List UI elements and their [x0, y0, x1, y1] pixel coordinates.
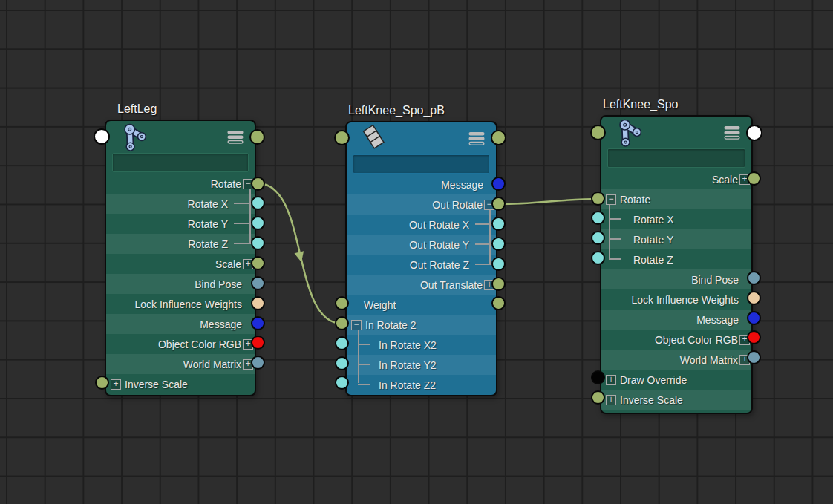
node-title-leftknee-spo-pb[interactable]: LeftKnee_Spo_pB	[348, 104, 445, 117]
port-scale-out[interactable]	[251, 256, 265, 270]
node-editor-canvas[interactable]: { "editor": {"background": "#2d2d2d", "g…	[0, 0, 833, 504]
node-name-field[interactable]	[607, 148, 745, 168]
port-rotate-out[interactable]	[251, 177, 265, 191]
port-rotate-y-in[interactable]	[591, 231, 605, 245]
attr-row-bind-pose[interactable]: Bind Pose	[106, 274, 255, 294]
port-lock-influence-weights-out[interactable]	[747, 291, 761, 305]
wire-outrotate-to-rotate[interactable]	[499, 199, 599, 204]
port-in-rotate-2-in[interactable]	[335, 316, 349, 330]
expand-box[interactable]: +	[606, 395, 616, 405]
attr-row-in-rotate-z2[interactable]: In Rotate Z2	[347, 375, 496, 395]
port-node-output[interactable]	[249, 129, 265, 145]
port-rotate-z-in[interactable]	[591, 251, 605, 265]
port-out-translate-out[interactable]	[491, 277, 506, 291]
port-node-input-white[interactable]	[94, 128, 110, 145]
attr-row-lock-influence-weights[interactable]: Lock Influence Weights	[106, 294, 255, 314]
attr-row-out-rotate-x[interactable]: Out Rotate X	[347, 215, 496, 235]
port-in-rotate-x2-in[interactable]	[335, 336, 349, 350]
node-header[interactable]	[601, 117, 751, 149]
attr-row-object-color-rgb[interactable]: Object Color RGB+	[106, 334, 255, 354]
attr-row-in-rotate-2[interactable]: −In Rotate 2	[347, 315, 496, 335]
node-leftknee-spo[interactable]: Scale+ −Rotate Rotate X Rotate Y Rotate …	[600, 115, 753, 414]
port-in-rotate-y2-in[interactable]	[335, 356, 349, 370]
node-header[interactable]	[347, 122, 496, 155]
port-inverse-scale-in[interactable]	[95, 376, 109, 390]
port-rotate-x-in[interactable]	[591, 211, 605, 225]
node-title-leftknee-spo[interactable]: LeftKnee_Spo	[603, 98, 678, 111]
attr-row-world-matrix[interactable]: World Matrix+	[106, 354, 255, 374]
expand-box[interactable]: +	[606, 375, 616, 385]
attr-row-out-rotate-y[interactable]: Out Rotate Y	[347, 235, 496, 255]
connector-tick	[609, 218, 621, 220]
port-object-color-rgb-out[interactable]	[747, 330, 761, 344]
wire-rotate-to-inrotate2[interactable]	[258, 183, 342, 324]
menu-icon[interactable]	[468, 131, 485, 146]
attr-row-draw-override[interactable]: +Draw Override	[601, 370, 751, 390]
attr-row-scale[interactable]: Scale+	[106, 254, 255, 274]
attr-row-world-matrix[interactable]: World Matrix+	[601, 350, 751, 370]
port-scale-out[interactable]	[747, 171, 761, 186]
port-in-rotate-z2-in[interactable]	[335, 376, 349, 390]
port-node-output-white[interactable]	[746, 125, 762, 141]
collapse-box[interactable]: −	[606, 194, 616, 205]
attr-row-out-rotate-z[interactable]: Out Rotate Z	[347, 255, 496, 275]
port-out-rotate-y-out[interactable]	[491, 237, 506, 251]
port-rotate-x-out[interactable]	[251, 196, 265, 210]
attr-row-out-rotate[interactable]: Out Rotate−	[347, 194, 496, 215]
attr-row-rotate-y[interactable]: Rotate Y	[106, 214, 255, 234]
port-message-out[interactable]	[491, 177, 506, 191]
attr-row-bind-pose[interactable]: Bind Pose	[601, 269, 751, 289]
attr-row-rotate[interactable]: −Rotate	[601, 189, 751, 209]
attr-row-rotate-z[interactable]: Rotate Z	[106, 234, 255, 254]
attr-row-out-translate[interactable]: Out Translate+	[347, 275, 496, 295]
port-node-input[interactable]	[590, 125, 606, 140]
attr-row-inverse-scale[interactable]: +Inverse Scale	[106, 374, 255, 394]
attr-row-rotate-z[interactable]: Rotate Z	[601, 249, 751, 269]
port-world-matrix-out[interactable]	[251, 356, 265, 370]
node-header[interactable]	[106, 121, 255, 154]
port-out-rotate-z-out[interactable]	[491, 257, 506, 271]
attr-row-object-color-rgb[interactable]: Object Color RGB+	[601, 330, 751, 350]
port-lock-influence-weights-out[interactable]	[251, 296, 265, 310]
port-out-rotate-out[interactable]	[491, 197, 506, 211]
attr-label: Rotate X	[188, 198, 228, 210]
port-node-input[interactable]	[334, 130, 350, 145]
attr-row-message[interactable]: Message	[601, 310, 751, 330]
attr-row-rotate-y[interactable]: Rotate Y	[601, 229, 751, 249]
port-node-output[interactable]	[491, 130, 506, 145]
collapse-box[interactable]: −	[351, 320, 362, 330]
node-name-field[interactable]	[112, 153, 249, 172]
node-leftleg[interactable]: Rotate− Rotate X Rotate Y Rotate Z Scale…	[105, 120, 256, 396]
attr-row-scale[interactable]: Scale+	[601, 169, 751, 189]
attr-row-lock-influence-weights[interactable]: Lock Influence Weights	[601, 289, 751, 310]
port-message-out[interactable]	[251, 316, 265, 330]
port-out-rotate-x-out[interactable]	[491, 217, 506, 231]
menu-icon[interactable]	[227, 130, 244, 145]
attr-row-rotate-x[interactable]: Rotate X	[601, 209, 751, 229]
attr-row-rotate-x[interactable]: Rotate X	[106, 194, 255, 214]
port-rotate-y-out[interactable]	[251, 216, 265, 230]
port-weight-in[interactable]	[335, 296, 349, 310]
port-object-color-rgb-out[interactable]	[251, 336, 265, 350]
port-rotate-z-out[interactable]	[251, 236, 265, 250]
attr-row-rotate[interactable]: Rotate−	[106, 174, 255, 194]
port-draw-override-in[interactable]	[591, 370, 605, 384]
port-inverse-scale-in[interactable]	[591, 390, 605, 405]
expand-box[interactable]: +	[111, 379, 121, 390]
attr-row-weight[interactable]: Weight	[347, 295, 496, 315]
attr-row-in-rotate-x2[interactable]: In Rotate X2	[347, 335, 496, 355]
menu-icon[interactable]	[724, 125, 740, 140]
port-rotate-in[interactable]	[591, 192, 605, 206]
port-world-matrix-out[interactable]	[747, 350, 761, 364]
port-bind-pose-out[interactable]	[251, 276, 265, 290]
node-title-leftleg[interactable]: LeftLeg	[117, 102, 157, 116]
port-bind-pose-out[interactable]	[747, 271, 761, 285]
attr-row-in-rotate-y2[interactable]: In Rotate Y2	[347, 355, 496, 375]
attr-row-message[interactable]: Message	[106, 314, 255, 334]
port-weight-out[interactable]	[491, 296, 506, 310]
attr-row-inverse-scale[interactable]: +Inverse Scale	[601, 390, 751, 410]
node-name-field[interactable]	[353, 154, 490, 174]
attr-row-message[interactable]: Message	[347, 174, 496, 194]
node-leftknee-spo-pb[interactable]: Message Out Rotate− Out Rotate X Out Rot…	[345, 121, 497, 396]
port-message-out[interactable]	[747, 311, 761, 325]
